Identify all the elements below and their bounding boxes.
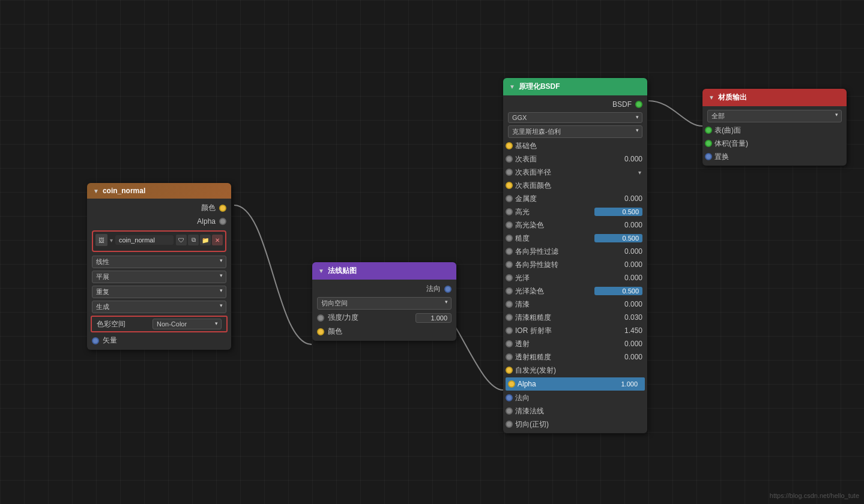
bsdf-value-13[interactable]: 0.030 bbox=[624, 313, 642, 322]
subsurface-method-select[interactable]: 克里斯坦森-伯利 bbox=[508, 125, 642, 138]
bsdf-socket-14[interactable] bbox=[506, 327, 513, 334]
bsdf-value-1[interactable]: 0.000 bbox=[624, 155, 642, 163]
texture-name-box[interactable]: coin_normal bbox=[115, 235, 174, 245]
bsdf-value-6[interactable]: 0.000 bbox=[624, 221, 642, 229]
distribution-row: GGX bbox=[503, 111, 647, 124]
strength-value[interactable]: 1.000 bbox=[415, 313, 452, 323]
material-output-body: 全部 表(曲)面 体积(音量) 置换 bbox=[702, 106, 847, 166]
bsdf-label-13: 清漆粗糙度 bbox=[515, 313, 622, 323]
copy-icon[interactable]: ⧉ bbox=[188, 235, 199, 245]
colorspace-label: 色彩空间 bbox=[97, 319, 149, 329]
linear-row: 线性 bbox=[87, 254, 231, 269]
bsdf-value-16[interactable]: 0.000 bbox=[624, 353, 642, 361]
conn-bsdf-to-output bbox=[648, 101, 702, 126]
bsdf-label-11: 光泽染色 bbox=[515, 286, 592, 296]
bsdf-value-4[interactable]: 0.000 bbox=[624, 194, 642, 203]
bsdf-row-2: 次表面半径 ▾ bbox=[503, 166, 647, 179]
material-output-header: ▼ 材质输出 bbox=[702, 89, 847, 106]
output-color-socket[interactable] bbox=[219, 205, 226, 212]
colorspace-select[interactable]: Non-Color bbox=[153, 319, 222, 329]
bsdf-socket-21[interactable] bbox=[506, 421, 513, 428]
coin-normal-node: ▼ coin_normal 颜色 Alpha 🖼 ▾ coin_normal 🛡… bbox=[87, 183, 231, 350]
bsdf-socket-3[interactable] bbox=[506, 182, 513, 189]
bsdf-socket-2[interactable] bbox=[506, 169, 513, 176]
bsdf-row-16: 透射粗糙度 0.000 bbox=[503, 350, 647, 364]
bsdf-socket-15[interactable] bbox=[506, 340, 513, 347]
normal-output-socket[interactable] bbox=[444, 286, 452, 293]
bsdf-socket-17[interactable] bbox=[506, 367, 513, 374]
bsdf-socket-4[interactable] bbox=[506, 195, 513, 202]
bsdf-row-5: 高光 0.500 bbox=[503, 205, 647, 218]
bsdf-output-label: BSDF bbox=[612, 100, 632, 109]
bsdf-socket-6[interactable] bbox=[506, 221, 513, 229]
bsdf-value-14[interactable]: 1.450 bbox=[624, 326, 642, 335]
bsdf-value-12[interactable]: 0.000 bbox=[624, 300, 642, 308]
bsdf-value-10[interactable]: 0.000 bbox=[624, 274, 642, 282]
bsdf-output-socket[interactable] bbox=[635, 101, 642, 108]
shield-icon[interactable]: 🛡 bbox=[176, 235, 187, 245]
bsdf-socket-12[interactable] bbox=[506, 301, 513, 308]
tangent-space-select[interactable]: 切向空间 bbox=[317, 297, 452, 310]
displacement-socket[interactable] bbox=[705, 153, 712, 160]
bsdf-dropdown-arrow-2[interactable]: ▾ bbox=[638, 169, 641, 176]
color-input-socket[interactable] bbox=[317, 328, 324, 335]
bsdf-output-row: BSDF bbox=[503, 98, 647, 111]
material-output-arrow[interactable]: ▼ bbox=[708, 94, 714, 101]
flat-select[interactable]: 平展 bbox=[92, 271, 226, 283]
bsdf-socket-10[interactable] bbox=[506, 274, 513, 281]
folder-icon[interactable]: 📁 bbox=[200, 235, 211, 245]
normal-map-arrow[interactable]: ▼ bbox=[318, 268, 324, 274]
bsdf-value-5[interactable]: 0.500 bbox=[594, 208, 642, 216]
dropdown-arrow-small[interactable]: ▾ bbox=[110, 237, 113, 244]
bsdf-socket-18[interactable] bbox=[508, 380, 515, 388]
bsdf-socket-13[interactable] bbox=[506, 314, 513, 321]
bsdf-socket-16[interactable] bbox=[506, 353, 513, 361]
output-alpha-label: Alpha bbox=[197, 217, 216, 226]
bsdf-socket-8[interactable] bbox=[506, 248, 513, 255]
normal-map-body: 法向 切向空间 强度/力度 1.000 颜色 bbox=[312, 280, 456, 341]
bsdf-row-13: 清漆粗糙度 0.030 bbox=[503, 311, 647, 324]
bsdf-socket-20[interactable] bbox=[506, 407, 513, 415]
bsdf-value-9[interactable]: 0.000 bbox=[624, 260, 642, 269]
bsdf-socket-19[interactable] bbox=[506, 394, 513, 401]
bsdf-row-17: 自发光(发射) bbox=[503, 364, 647, 377]
bsdf-socket-5[interactable] bbox=[506, 208, 513, 215]
displacement-row: 置换 bbox=[702, 150, 847, 163]
bsdf-socket-11[interactable] bbox=[506, 287, 513, 295]
volume-socket[interactable] bbox=[705, 140, 712, 147]
bsdf-value-8[interactable]: 0.000 bbox=[624, 247, 642, 256]
generate-select[interactable]: 生成 bbox=[92, 301, 226, 313]
output-alpha-socket[interactable] bbox=[219, 218, 226, 225]
bsdf-arrow[interactable]: ▼ bbox=[509, 83, 515, 90]
vector-input-socket[interactable] bbox=[92, 337, 99, 344]
colorspace-row: 色彩空间 Non-Color bbox=[92, 317, 226, 331]
surface-label: 表(曲)面 bbox=[714, 125, 842, 136]
bsdf-row-10: 光泽 0.000 bbox=[503, 271, 647, 284]
bsdf-socket-9[interactable] bbox=[506, 261, 513, 268]
bsdf-socket-0[interactable] bbox=[506, 142, 513, 149]
strength-socket[interactable] bbox=[317, 314, 324, 322]
bsdf-label-19: 法向 bbox=[515, 393, 642, 403]
coin-normal-arrow[interactable]: ▼ bbox=[93, 188, 99, 194]
color-input-row: 颜色 bbox=[312, 325, 456, 338]
bsdf-row-19: 法向 bbox=[503, 391, 647, 404]
strength-label: 强度/力度 bbox=[328, 313, 412, 323]
surface-socket[interactable] bbox=[705, 127, 712, 134]
distribution-select[interactable]: GGX bbox=[508, 112, 642, 123]
bsdf-value-11[interactable]: 0.500 bbox=[594, 287, 642, 295]
all-select[interactable]: 全部 bbox=[707, 110, 842, 122]
bsdf-value-7[interactable]: 0.500 bbox=[594, 234, 642, 242]
vector-row: 矢量 bbox=[87, 334, 231, 347]
bsdf-value-17[interactable] bbox=[606, 365, 642, 375]
repeat-select[interactable]: 重复 bbox=[92, 286, 226, 298]
bsdf-socket-1[interactable] bbox=[506, 155, 513, 163]
watermark: https://blog.csdn.net/hello_tute bbox=[770, 492, 859, 499]
volume-label: 体积(音量) bbox=[714, 139, 842, 149]
linear-select[interactable]: 线性 bbox=[92, 256, 226, 268]
bsdf-label-2: 次表面半径 bbox=[515, 167, 636, 178]
bsdf-row-6: 高光染色 0.000 bbox=[503, 218, 647, 232]
bsdf-label-0: 基础色 bbox=[515, 141, 640, 151]
close-icon[interactable]: ✕ bbox=[212, 235, 223, 245]
bsdf-socket-7[interactable] bbox=[506, 235, 513, 242]
bsdf-value-15[interactable]: 0.000 bbox=[624, 340, 642, 348]
